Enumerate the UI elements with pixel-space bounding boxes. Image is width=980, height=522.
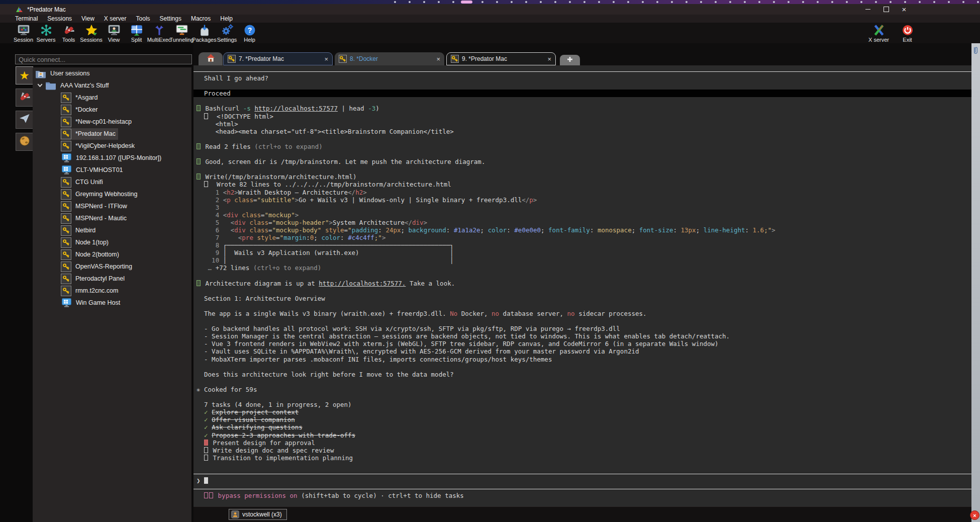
background-dot xyxy=(948,1,950,3)
toolbar: SessionServersToolsSessionsViewSplitMult… xyxy=(0,23,980,44)
minimize-button[interactable] xyxy=(862,4,873,15)
toolbar-view-button[interactable]: View xyxy=(103,23,125,43)
tree-item[interactable]: Node 2(bottom) xyxy=(33,248,191,260)
multiexec-icon xyxy=(153,24,166,37)
menu-sessions[interactable]: Sessions xyxy=(47,15,72,22)
toolbar-sessions-button[interactable]: Sessions xyxy=(80,23,103,43)
toolbar-servers-button[interactable]: Servers xyxy=(35,23,57,43)
close-tab-icon[interactable]: × xyxy=(543,55,551,63)
new-tab-button[interactable] xyxy=(560,55,580,65)
toolbar-session-button[interactable]: Session xyxy=(12,23,35,43)
user-button-label: vstockwell (x3) xyxy=(242,511,282,518)
knife-icon xyxy=(62,24,75,37)
maximize-button[interactable] xyxy=(880,4,892,15)
terminal-line: bypass permissions on (shift+tab to cycl… xyxy=(197,492,971,499)
terminal-line: Shall I go ahead? xyxy=(197,74,971,82)
tree-item[interactable]: Netbird xyxy=(33,224,191,236)
toolbar-tools-button[interactable]: Tools xyxy=(57,23,80,43)
terminal-line: ❯ xyxy=(197,477,971,484)
servers-icon xyxy=(40,24,53,37)
tree-item[interactable]: Pterodactyl Panel xyxy=(33,273,191,285)
toolbar-multiexec-button[interactable]: MultiExec xyxy=(148,23,170,43)
terminal-line: 9 │ Wails v3 Application (wraith.exe) │ xyxy=(197,249,971,256)
user-sessions-button[interactable]: vstockwell (x3) xyxy=(229,509,287,520)
sidebar-tab-favorites-star[interactable]: ★ xyxy=(16,66,33,84)
terminal-line: <!DOCTYPE html> xyxy=(197,113,971,120)
toolbar-label: View xyxy=(108,37,120,43)
tree-item[interactable]: User sessions xyxy=(33,67,191,79)
close-tab-icon[interactable]: × xyxy=(432,55,440,63)
background-dot xyxy=(540,1,542,3)
tree-item[interactable]: MSPNerd - Mautic xyxy=(33,212,191,224)
tree-item[interactable]: *VigilCyber-Helpdesk xyxy=(33,140,191,152)
tree-item[interactable]: *New-cp01-heistacp xyxy=(33,116,191,128)
toolbar-x-server-button[interactable]: X server xyxy=(867,23,890,43)
toolbar-help-button[interactable]: ?Help xyxy=(238,23,261,43)
terminal-line xyxy=(197,462,971,469)
menu-tools[interactable]: Tools xyxy=(136,15,150,22)
user-icon xyxy=(231,510,239,518)
user-folder-icon xyxy=(35,68,46,79)
tree-item[interactable]: 192.168.1.107 ([UPS-Monitor]) xyxy=(33,152,191,164)
tree-item[interactable]: *Predator Mac xyxy=(33,128,191,140)
notification-close-button[interactable]: × xyxy=(970,510,979,520)
menu-help[interactable]: Help xyxy=(220,15,233,22)
tree-item[interactable]: AAA Vantz's Stuff xyxy=(33,79,191,92)
tab-8-docker[interactable]: 8. *Docker× xyxy=(335,52,444,65)
sidebar-tab-sessions-plane[interactable] xyxy=(16,111,33,129)
toolbar-exit-button[interactable]: Exit xyxy=(896,23,919,43)
tree-item[interactable]: Node 1(top) xyxy=(33,236,191,248)
tree-item[interactable]: OpenVAS-Reporting xyxy=(33,260,191,273)
tree-item[interactable]: CTG Unifi xyxy=(33,176,191,188)
background-dot xyxy=(860,1,862,3)
tree-item[interactable]: *Docker xyxy=(33,104,191,116)
toolbar-tunneling-button[interactable]: Tunneling xyxy=(170,23,193,43)
tab-home[interactable] xyxy=(199,52,223,65)
background-dot xyxy=(744,1,746,3)
terminal-output[interactable]: Shall I go ahead? Proceed Bash(curl -s h… xyxy=(193,65,971,507)
tree-item[interactable]: Greyming Webhosting xyxy=(33,188,191,200)
menu-view[interactable]: View xyxy=(81,15,94,22)
toolbar-label: Session xyxy=(14,37,33,43)
terminal-line: - MobaXTerm importer parses .mobaconf IN… xyxy=(197,356,971,363)
split-icon xyxy=(130,24,143,37)
tree-item[interactable]: MSPNerd - ITFlow xyxy=(33,200,191,212)
background-dot xyxy=(977,1,979,3)
terminal-line xyxy=(197,272,971,280)
packages-icon xyxy=(199,24,211,37)
tab-7-predator-mac[interactable]: 7. *Predator Mac× xyxy=(223,52,333,65)
toolbar-split-button[interactable]: Split xyxy=(125,23,148,43)
paperclip-icon[interactable] xyxy=(971,45,980,56)
background-dot xyxy=(904,1,906,3)
tree-item-label: User sessions xyxy=(50,70,90,77)
toolbar-label: Sessions xyxy=(80,37,103,43)
mobaxterm-window: *Predator Mac × TerminalSessionsViewX se… xyxy=(0,4,980,522)
toolbar-label: Tunneling xyxy=(170,37,194,43)
tree-item[interactable]: Win Game Host xyxy=(33,297,191,309)
toolbar-settings-button[interactable]: Settings xyxy=(216,23,238,43)
close-window-button[interactable]: × xyxy=(899,4,910,15)
menu-settings[interactable]: Settings xyxy=(160,15,181,22)
menu-terminal[interactable]: Terminal xyxy=(15,15,38,22)
tree-item-label: AAA Vantz's Stuff xyxy=(60,82,109,89)
toolbar-label: Exit xyxy=(903,37,912,43)
sidebar-tab-web-globe[interactable] xyxy=(16,133,33,151)
sidebar-tab-tools-knife[interactable] xyxy=(16,89,33,107)
tree-item[interactable]: CLT-VMHOST01 xyxy=(33,164,191,176)
close-tab-icon[interactable]: × xyxy=(320,55,328,63)
tree-item[interactable]: *Asgard xyxy=(33,92,191,104)
background-dot xyxy=(817,1,819,3)
ssh-key-icon xyxy=(61,262,71,272)
quick-connect-input[interactable] xyxy=(15,54,192,64)
folder-icon xyxy=(45,80,56,91)
chevron-down-icon[interactable] xyxy=(37,82,44,89)
menu-macros[interactable]: Macros xyxy=(191,15,211,22)
tab-9-predator-mac[interactable]: 9. *Predator Mac× xyxy=(446,52,556,65)
right-sidebar-strip[interactable] xyxy=(971,43,980,522)
toolbar-label: Help xyxy=(244,37,255,43)
tree-item[interactable]: rmm.t2cnc.com xyxy=(33,285,191,297)
menu-x-server[interactable]: X server xyxy=(104,15,127,22)
toolbar-packages-button[interactable]: Packages xyxy=(193,23,216,43)
ssh-key-icon xyxy=(61,213,71,224)
terminal-line xyxy=(197,150,971,158)
